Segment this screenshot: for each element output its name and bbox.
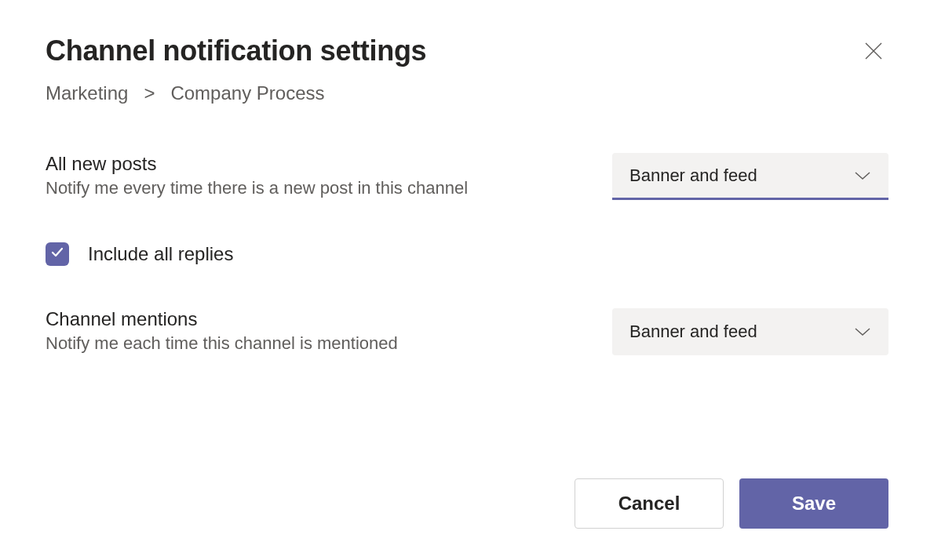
dropdown-value: Banner and feed xyxy=(629,165,757,186)
include-replies-checkbox[interactable] xyxy=(46,242,69,266)
dialog-header: Channel notification settings xyxy=(46,35,888,68)
channel-mentions-description: Notify me each time this channel is ment… xyxy=(46,333,581,354)
settings-group: All new posts Notify me every time there… xyxy=(46,153,888,355)
close-icon xyxy=(863,41,884,64)
channel-mentions-label: Channel mentions xyxy=(46,308,581,330)
all-new-posts-label: All new posts xyxy=(46,153,581,175)
breadcrumb-separator xyxy=(133,82,144,104)
close-button[interactable] xyxy=(859,36,888,68)
setting-channel-mentions: Channel mentions Notify me each time thi… xyxy=(46,308,888,355)
include-replies-row: Include all replies xyxy=(46,242,888,266)
all-new-posts-description: Notify me every time there is a new post… xyxy=(46,178,581,198)
notification-settings-dialog: Channel notification settings Marketing … xyxy=(0,0,934,560)
dropdown-value: Banner and feed xyxy=(629,322,757,342)
dialog-title: Channel notification settings xyxy=(46,35,426,67)
breadcrumb-sep-text: > xyxy=(144,82,155,104)
setting-all-new-posts: All new posts Notify me every time there… xyxy=(46,153,888,200)
channel-mentions-dropdown[interactable]: Banner and feed xyxy=(612,308,888,355)
setting-text-block: All new posts Notify me every time there… xyxy=(46,153,581,198)
dialog-footer: Cancel Save xyxy=(46,447,888,529)
chevron-down-icon xyxy=(854,322,871,342)
breadcrumb: Marketing > Company Process xyxy=(46,82,888,104)
breadcrumb-channel: Company Process xyxy=(170,82,324,104)
breadcrumb-sep-space xyxy=(155,82,165,104)
chevron-down-icon xyxy=(854,165,871,186)
setting-text-block: Channel mentions Notify me each time thi… xyxy=(46,308,581,354)
breadcrumb-team: Marketing xyxy=(46,82,128,104)
all-new-posts-dropdown[interactable]: Banner and feed xyxy=(612,153,888,200)
save-button[interactable]: Save xyxy=(739,478,888,529)
include-replies-label: Include all replies xyxy=(88,243,233,265)
cancel-button[interactable]: Cancel xyxy=(575,478,724,529)
checkmark-icon xyxy=(50,245,64,263)
